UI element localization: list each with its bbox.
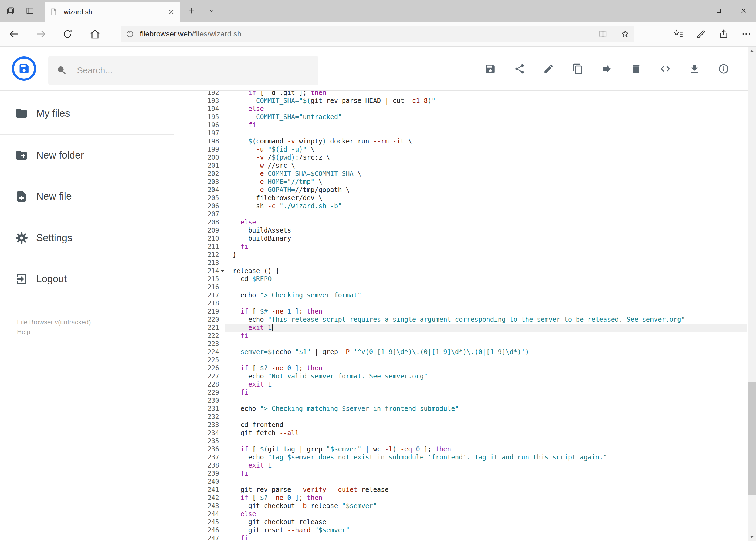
code-text[interactable]: if [ $? -ne 0 ]; then <box>225 364 747 372</box>
code-line[interactable]: 231 echo "> Checking matching $semver in… <box>200 405 747 413</box>
search-bar[interactable] <box>48 56 318 85</box>
code-line[interactable]: 233 cd frontend <box>200 421 747 429</box>
code-text[interactable]: exit 1 <box>225 461 747 469</box>
code-line[interactable]: 239 fi <box>200 469 747 477</box>
code-line[interactable]: 226 if [ $? -ne 0 ]; then <box>200 364 747 372</box>
code-text[interactable] <box>225 283 747 291</box>
code-line[interactable]: 198 $(command -v winpty) docker run --rm… <box>200 137 747 145</box>
code-line[interactable]: 213 <box>200 259 747 267</box>
code-line[interactable]: 208 else <box>200 218 747 226</box>
filebrowser-logo[interactable] <box>11 56 37 82</box>
browser-tab[interactable]: wizard.sh <box>45 2 180 22</box>
code-text[interactable]: git checkout -b release "$semver" <box>225 502 747 510</box>
site-info-icon[interactable] <box>126 30 134 38</box>
code-text[interactable]: echo "Tag $semver does not exist in subm… <box>225 453 747 461</box>
code-line[interactable]: 245 git checkout release <box>200 518 747 526</box>
code-line[interactable]: 215 cd $REPO <box>200 275 747 283</box>
code-line[interactable]: 228 exit 1 <box>200 380 747 388</box>
help-link[interactable]: Help <box>17 328 30 336</box>
code-line[interactable]: 194 else <box>200 105 747 113</box>
info-circle-icon[interactable] <box>718 63 729 75</box>
chevron-down-icon[interactable] <box>203 0 220 22</box>
code-line[interactable]: 214release () { <box>200 267 747 275</box>
code-line[interactable]: 222 fi <box>200 332 747 340</box>
code-text[interactable] <box>225 477 747 486</box>
sidebar-item-logout[interactable]: Logout <box>0 269 178 289</box>
scroll-up-arrow-icon[interactable] <box>748 47 756 55</box>
code-line[interactable]: 211 fi <box>200 243 747 251</box>
code-line[interactable]: 199 -u "$(id -u)" \ <box>200 145 747 154</box>
code-text[interactable]: fi <box>225 534 747 541</box>
code-line[interactable]: 223 <box>200 340 747 348</box>
code-line[interactable]: 232 <box>200 413 747 421</box>
code-text[interactable]: semver=$(echo "$1" | grep -P '^v(0|[1-9]… <box>225 348 747 356</box>
code-line[interactable]: 217 echo "> Checking semver format" <box>200 291 747 299</box>
move-arrow-icon[interactable] <box>601 63 613 75</box>
code-text[interactable]: -e COMMIT_SHA=$COMMIT_SHA \ <box>225 170 747 178</box>
close-window-icon[interactable] <box>731 0 756 22</box>
minimize-icon[interactable] <box>681 0 706 22</box>
code-line[interactable]: 207 <box>200 210 747 218</box>
code-text[interactable]: filebrowser/dev \ <box>225 194 747 202</box>
code-line[interactable]: 221 exit 1 <box>200 323 747 332</box>
code-line[interactable]: 235 <box>200 437 747 445</box>
code-line[interactable]: 225 <box>200 356 747 364</box>
code-line[interactable]: 193 COMMIT_SHA="$(git rev-parse HEAD | c… <box>200 97 747 105</box>
sidebar-item-new-folder[interactable]: New folder <box>0 146 178 165</box>
code-line[interactable]: 224 semver=$(echo "$1" | grep -P '^v(0|[… <box>200 348 747 356</box>
web-notes-pen-icon[interactable] <box>695 29 706 39</box>
code-text[interactable] <box>225 259 747 267</box>
favorite-star-icon[interactable] <box>620 29 630 39</box>
fold-marker[interactable] <box>219 267 225 275</box>
code-line[interactable]: 205 filebrowser/dev \ <box>200 194 747 202</box>
code-line[interactable]: 212} <box>200 251 747 259</box>
back-icon[interactable] <box>3 22 25 46</box>
code-line[interactable]: 243 git checkout -b release "$semver" <box>200 502 747 510</box>
code-text[interactable]: echo "> Checking matching $semver in fro… <box>225 405 747 413</box>
code-line[interactable]: 202 -e COMMIT_SHA=$COMMIT_SHA \ <box>200 170 747 178</box>
set-tabs-aside-icon[interactable] <box>6 6 15 15</box>
reading-view-icon[interactable] <box>598 29 608 39</box>
code-line[interactable]: 192 if [ -d .git ]; then <box>200 91 747 97</box>
new-tab-icon[interactable] <box>183 0 200 22</box>
sidebar-item-new-file[interactable]: New file <box>0 187 178 206</box>
code-text[interactable]: fi <box>225 469 747 477</box>
url-field[interactable]: filebrowser.web/files/wizard.sh <box>122 26 634 42</box>
code-text[interactable] <box>225 129 747 137</box>
code-line[interactable]: 229 fi <box>200 388 747 396</box>
scrollbar-thumb[interactable] <box>748 382 756 495</box>
code-line[interactable]: 195 COMMIT_SHA="untracked" <box>200 113 747 121</box>
code-text[interactable]: -e GOPATH=//tmp/gopath \ <box>225 186 747 194</box>
code-text[interactable]: else <box>225 510 747 518</box>
code-line[interactable]: 204 -e GOPATH=//tmp/gopath \ <box>200 186 747 194</box>
code-text[interactable]: COMMIT_SHA="untracked" <box>225 113 747 121</box>
code-text[interactable] <box>225 340 747 348</box>
search-input[interactable] <box>76 65 299 76</box>
code-text[interactable]: -w //src \ <box>225 162 747 170</box>
code-text[interactable]: git fetch --all <box>225 429 747 437</box>
code-text[interactable]: else <box>225 105 747 113</box>
code-text[interactable] <box>225 437 747 445</box>
code-line[interactable]: 241 git rev-parse --verify --quiet relea… <box>200 486 747 494</box>
code-text[interactable] <box>225 299 747 307</box>
code-text[interactable]: else <box>225 218 747 226</box>
code-text[interactable]: echo "This release script requires a sin… <box>225 315 747 323</box>
home-icon[interactable] <box>84 22 106 46</box>
code-line[interactable]: 227 echo "Not valid semver format. See s… <box>200 372 747 380</box>
code-text[interactable]: git rev-parse --verify --quiet release <box>225 486 747 494</box>
code-text[interactable]: if [ -d .git ]; then <box>225 91 747 97</box>
code-text[interactable]: } <box>225 251 747 259</box>
code-text[interactable]: COMMIT_SHA="$(git rev-parse HEAD | cut -… <box>225 97 747 105</box>
code-text[interactable]: fi <box>225 388 747 396</box>
code-text[interactable]: $(command -v winpty) docker run --rm -it… <box>225 137 747 145</box>
code-line[interactable]: 242 if [ $? -ne 0 ]; then <box>200 494 747 502</box>
code-line[interactable]: 247 fi <box>200 534 747 541</box>
scrollbar[interactable] <box>748 47 756 541</box>
rename-pencil-icon[interactable] <box>543 63 554 75</box>
code-text[interactable]: release () { <box>225 267 747 275</box>
code-text[interactable]: buildBinary <box>225 235 747 243</box>
code-text[interactable]: -v /$(pwd):/src:z \ <box>225 154 747 162</box>
code-text[interactable] <box>225 210 747 218</box>
code-text[interactable]: if [ $# -ne 1 ]; then <box>225 307 747 315</box>
code-line[interactable]: 206 sh -c "./wizard.sh -b" <box>200 202 747 210</box>
